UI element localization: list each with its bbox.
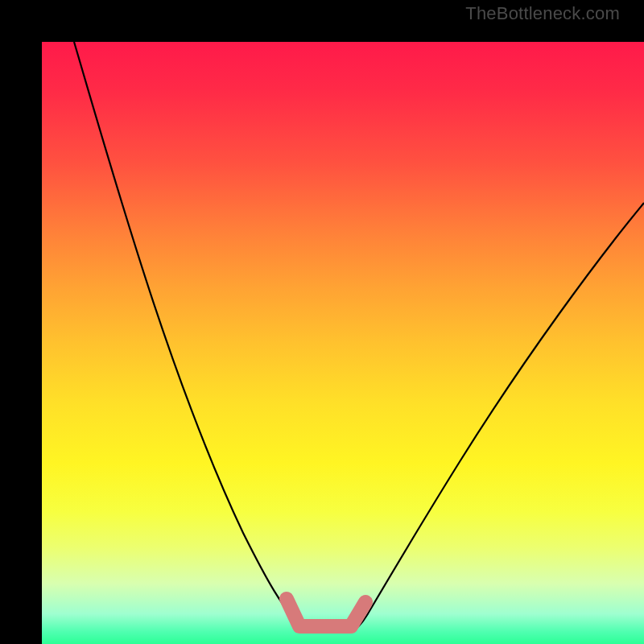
watermark-text: TheBottleneck.com (465, 3, 620, 24)
plot-area (42, 42, 644, 644)
chart-frame (0, 0, 644, 644)
optimal-marker-icon (287, 599, 365, 626)
bottleneck-curve-line (74, 42, 644, 632)
curve-layer (42, 42, 644, 644)
